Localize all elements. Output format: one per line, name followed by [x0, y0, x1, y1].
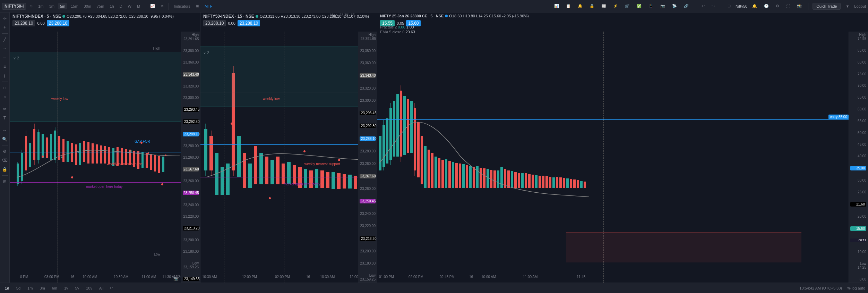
- mtf-button[interactable]: MTF: [203, 3, 215, 10]
- period-all[interactable]: All: [97, 285, 105, 291]
- logout-button[interactable]: Logout: [854, 4, 866, 8]
- trend-line-icon[interactable]: ╱: [1, 36, 9, 43]
- timeframe-30m[interactable]: 30m: [82, 3, 93, 9]
- p1-zero: 0.00: [37, 21, 44, 25]
- indicators-button[interactable]: Indicators: [172, 3, 192, 10]
- toolbar-icon-10[interactable]: 📷: [658, 2, 667, 10]
- templates-button[interactable]: ⊞: [194, 2, 201, 10]
- toolbar-icon-11[interactable]: 📡: [670, 2, 679, 10]
- toolbar-icon-5[interactable]: 📰: [599, 2, 608, 10]
- period-5y[interactable]: 5y: [73, 285, 81, 291]
- timeframe-1m[interactable]: 1m: [36, 3, 45, 9]
- timeframe-3m[interactable]: 3m: [47, 3, 57, 9]
- p1-chart-area[interactable]: ∨ 2 0 PM 03:00 PM 16 10:00 AM 10:30 AM 1…: [10, 32, 181, 283]
- brush-icon[interactable]: ✏: [1, 105, 9, 113]
- toolbar-icon-8[interactable]: ✅: [635, 2, 644, 10]
- period-6m[interactable]: 6m: [50, 285, 59, 291]
- toolbar-icon-6[interactable]: ⚡: [611, 2, 620, 10]
- toolbar-icon-9[interactable]: 📱: [646, 2, 655, 10]
- p1-purple-line: [10, 182, 181, 183]
- svg-rect-104: [417, 122, 420, 177]
- cursor-icon[interactable]: ⊹: [1, 15, 9, 22]
- layout-button[interactable]: ⊟: [725, 2, 733, 10]
- timeframe-w[interactable]: W: [126, 3, 134, 9]
- period-5d[interactable]: 5d: [14, 285, 23, 291]
- quick-trade-button[interactable]: Quick Trade: [813, 3, 841, 10]
- toolbar-icon-1[interactable]: 📊: [552, 2, 561, 10]
- p2-price-scale: High 23,391.65 23,380.00 23,360.00 23,34…: [358, 32, 377, 283]
- left-sep-5: [2, 145, 8, 145]
- svg-rect-10: [79, 143, 81, 165]
- add-symbol-button[interactable]: ⊕: [27, 2, 35, 10]
- svg-rect-147: [566, 178, 569, 188]
- screenshot-button[interactable]: 📸: [795, 2, 804, 10]
- p1-camera-icon[interactable]: 📷: [173, 276, 179, 281]
- period-1m[interactable]: 1m: [25, 285, 35, 291]
- svg-rect-16: [104, 146, 106, 164]
- timeframe-m[interactable]: M: [135, 3, 142, 9]
- toolbar-icon-4[interactable]: 🔒: [587, 2, 596, 10]
- p3-chart-area[interactable]: 01:00 PM 02:00 PM 02:45 PM 16 10:00 AM 1…: [377, 32, 849, 283]
- measure-icon[interactable]: ↔: [1, 126, 9, 134]
- svg-rect-1: [42, 134, 44, 158]
- zoom-icon[interactable]: 🔍: [1, 135, 9, 143]
- p1-green-band: [10, 52, 181, 122]
- svg-rect-72: [343, 174, 346, 189]
- svg-rect-27: [150, 154, 152, 170]
- rectangle-icon[interactable]: □: [1, 84, 9, 92]
- redo-button[interactable]: ↪: [710, 2, 717, 10]
- watchlist-button[interactable]: 🔔: [750, 2, 759, 10]
- ray-icon[interactable]: →: [1, 45, 9, 52]
- p2-weekly-low-scale: 23,343.40: [360, 73, 376, 78]
- svg-rect-123: [483, 168, 485, 188]
- p1-high-scale-val: 23,391.65: [183, 37, 199, 41]
- more-tools-icon[interactable]: ⊞: [1, 178, 9, 185]
- period-3m[interactable]: 3m: [37, 285, 47, 291]
- quick-trade-arrow[interactable]: ▼: [843, 3, 851, 10]
- toolbar-icon-2[interactable]: 📋: [564, 2, 573, 10]
- svg-rect-56: [254, 146, 257, 184]
- timeframe-1h[interactable]: 1h: [108, 3, 116, 9]
- svg-rect-132: [514, 172, 517, 188]
- timeframe-5m[interactable]: 5m: [58, 3, 67, 9]
- timeframe-75m[interactable]: 75m: [95, 3, 106, 9]
- p1-time-1: 0 PM: [20, 275, 28, 279]
- p2-zero: 0.00: [228, 21, 235, 25]
- undo-button[interactable]: ↩: [699, 2, 707, 10]
- svg-rect-62: [287, 162, 291, 184]
- reset-zoom-icon[interactable]: ↩: [110, 286, 113, 290]
- compare-button[interactable]: ≋: [158, 2, 166, 10]
- ellipse-icon[interactable]: ○: [1, 93, 9, 101]
- symbol-label[interactable]: NIFTY50-I: [2, 3, 26, 10]
- p2-chart-area[interactable]: ∨ 2 10:30 AM 12:00 PM 02:00 PM 16 10:30 …: [200, 32, 358, 283]
- separator-5: [808, 3, 808, 10]
- svg-rect-95: [393, 101, 395, 157]
- svg-rect-134: [521, 173, 524, 188]
- crosshair-icon[interactable]: +: [1, 24, 9, 31]
- fibonacci-icon[interactable]: ƒ: [1, 72, 9, 79]
- svg-rect-15: [100, 145, 102, 164]
- lock-icon[interactable]: 🔒: [1, 166, 9, 173]
- toolbar-icon-3[interactable]: 🔔: [576, 2, 585, 10]
- toolbar-icon-12[interactable]: 🔗: [682, 2, 691, 10]
- magnet-icon[interactable]: ⚙: [1, 148, 9, 155]
- period-1d[interactable]: 1d: [3, 285, 11, 291]
- eraser-icon[interactable]: ⌫: [1, 157, 9, 164]
- toolbar-icon-7[interactable]: 🛒: [623, 2, 632, 10]
- horizontal-line-icon[interactable]: ─: [1, 54, 9, 61]
- text-icon[interactable]: T: [1, 114, 9, 122]
- timeframe-15m[interactable]: 15m: [69, 3, 80, 9]
- p1-vline-2: [116, 32, 116, 283]
- p3-current-price-scale: 21.60: [850, 202, 866, 207]
- settings-button[interactable]: ⚙: [774, 2, 781, 10]
- fullscreen-button[interactable]: ⛶: [784, 3, 792, 10]
- timeframe-d[interactable]: D: [118, 3, 124, 9]
- period-10y[interactable]: 10y: [84, 285, 94, 291]
- p2-level-213: 23,213.20: [360, 236, 376, 241]
- parallel-channel-icon[interactable]: ≡: [1, 63, 9, 70]
- chart-type-button[interactable]: 📈: [148, 2, 157, 10]
- period-1y[interactable]: 1y: [62, 285, 70, 291]
- p2-support-scale: 23,267.60: [360, 174, 376, 178]
- p2-price-row: 23,288.10 0.00 23,288.10: [203, 20, 260, 26]
- clock-button[interactable]: 🕐: [762, 2, 771, 10]
